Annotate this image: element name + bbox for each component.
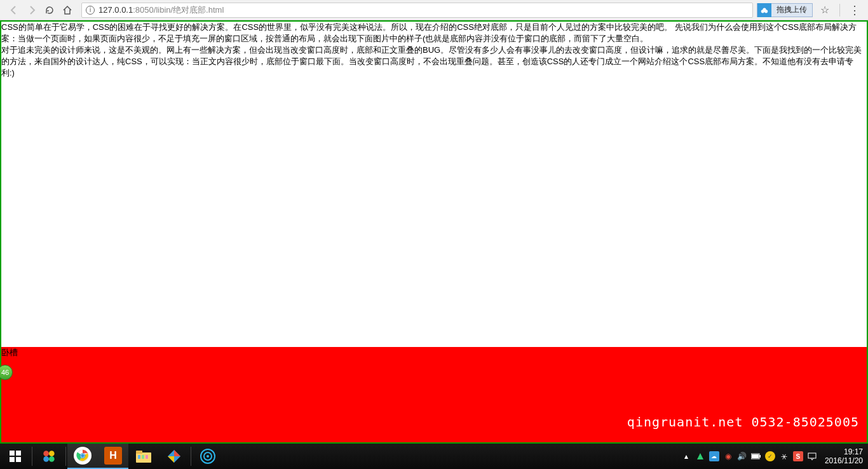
- taskbar-app-1[interactable]: [34, 444, 64, 469]
- page-viewport: CSS的简单在于它易学，CSS的困难在于寻找更好的解决方案。在CSS的世界里，似…: [0, 20, 868, 444]
- browser-toolbar: i 127.0.0.1 :8050 /libin/绝对底部.html 拖拽上传 …: [0, 0, 868, 20]
- tray-icon-6[interactable]: ✓: [765, 451, 775, 461]
- baidu-upload-badge[interactable]: 拖拽上传: [757, 3, 813, 17]
- svg-rect-31: [808, 453, 816, 458]
- system-tray: ▴ ☁ ◉ 🔊 ✓ ⚹ S 19:17 2016/11/20: [681, 447, 868, 465]
- browser-right-controls: 拖拽上传 ☆ ⋮: [757, 3, 864, 17]
- svg-rect-19: [142, 455, 144, 459]
- tray-icon-3[interactable]: ◉: [723, 451, 733, 461]
- svg-rect-18: [138, 455, 140, 459]
- taskbar-app-4[interactable]: [159, 444, 189, 469]
- menu-button[interactable]: ⋮: [845, 3, 864, 17]
- paragraph-2: 对于追未完美的设计师来说，这是不美观的。网上有一些解决方案，但会出现当改变窗口高…: [1, 44, 867, 79]
- taskbar-chrome[interactable]: [67, 444, 98, 469]
- tray-icon-2[interactable]: ☁: [709, 451, 719, 461]
- svg-point-10: [49, 456, 55, 462]
- url-path: /libin/绝对底部.html: [154, 4, 224, 16]
- svg-point-26: [207, 455, 209, 458]
- tray-battery-icon[interactable]: [751, 451, 761, 461]
- tray-icon-1[interactable]: [695, 451, 705, 461]
- svg-point-2: [763, 8, 766, 11]
- tray-network-icon[interactable]: ⚹: [779, 451, 789, 461]
- svg-point-15: [81, 454, 85, 458]
- nav-buttons: [4, 4, 78, 17]
- tray-ime-icon[interactable]: S: [793, 451, 803, 461]
- svg-rect-29: [759, 455, 761, 458]
- bookmark-star-icon[interactable]: ☆: [815, 4, 834, 16]
- footer-label: 卧槽: [1, 347, 18, 358]
- tray-volume-icon[interactable]: 🔊: [737, 451, 747, 461]
- svg-point-9: [43, 456, 49, 462]
- tray-up-icon[interactable]: ▴: [681, 451, 691, 461]
- svg-rect-20: [146, 455, 148, 459]
- badge-circle[interactable]: 46: [0, 365, 13, 380]
- svg-rect-5: [10, 457, 15, 462]
- sticky-footer: 卧槽 46 qingruanit.net 0532-85025005: [1, 347, 867, 442]
- svg-marker-22: [174, 450, 180, 456]
- taskbar-explorer[interactable]: [128, 444, 159, 469]
- site-info-icon[interactable]: i: [86, 6, 95, 15]
- start-button[interactable]: [0, 444, 31, 469]
- svg-rect-3: [10, 451, 15, 456]
- svg-rect-4: [16, 451, 21, 456]
- cloud-icon: [757, 3, 771, 17]
- taskbar-hbuilder[interactable]: H: [98, 444, 128, 469]
- svg-rect-17: [136, 451, 142, 454]
- article-content: CSS的简单在于它易学，CSS的困难在于寻找更好的解决方案。在CSS的世界里，似…: [1, 22, 867, 79]
- svg-point-7: [43, 451, 49, 456]
- svg-rect-30: [752, 454, 759, 458]
- tray-date-text: 2016/11/20: [825, 456, 863, 465]
- reload-button[interactable]: [43, 4, 56, 17]
- divider: [839, 4, 840, 17]
- url-host: 127.0.0.1: [98, 5, 133, 15]
- tray-time-text: 19:17: [825, 447, 863, 456]
- address-bar[interactable]: i 127.0.0.1 :8050 /libin/绝对底部.html: [81, 3, 753, 18]
- footer-contact: qingruanit.net 0532-85025005: [627, 414, 859, 430]
- svg-rect-6: [16, 457, 21, 462]
- paragraph-1: CSS的简单在于它易学，CSS的困难在于寻找更好的解决方案。在CSS的世界里，似…: [1, 22, 867, 44]
- svg-point-8: [49, 451, 55, 456]
- url-port: :8050: [133, 5, 154, 15]
- baidu-label: 拖拽上传: [771, 4, 812, 15]
- home-button[interactable]: [61, 4, 74, 17]
- divider: [191, 447, 191, 466]
- back-button[interactable]: [8, 4, 20, 17]
- svg-marker-23: [168, 456, 174, 463]
- taskbar-app-5[interactable]: [193, 444, 223, 469]
- svg-marker-27: [697, 453, 703, 459]
- windows-taskbar: H ▴ ☁ ◉ 🔊 ✓ ⚹ S 19:17 2016/11/20: [0, 444, 868, 469]
- badge-number: 46: [1, 369, 9, 376]
- tray-clock[interactable]: 19:17 2016/11/20: [821, 447, 863, 465]
- tray-action-center-icon[interactable]: [807, 451, 817, 461]
- divider: [65, 447, 66, 466]
- divider: [32, 447, 32, 466]
- forward-button[interactable]: [25, 4, 38, 17]
